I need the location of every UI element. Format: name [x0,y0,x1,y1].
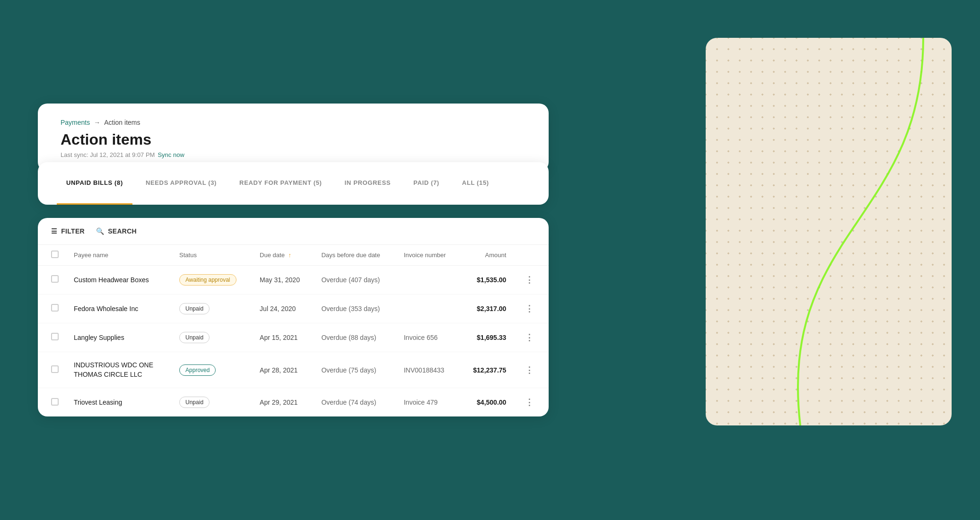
col-days-before: Days before due date [314,245,396,266]
days-before-due: Overdue (407 days) [321,276,380,284]
background-card [706,38,952,425]
sort-icon: ↑ [289,251,292,259]
sync-info: Last sync: Jul 12, 2021 at 9:07 PM Sync … [61,151,526,158]
main-container: Payments → Action items Action items Las… [38,104,549,416]
status-badge: Unpaid [179,397,210,408]
row-checkbox-4[interactable] [51,398,59,406]
row-checkbox-0[interactable] [51,275,59,283]
search-label: SEARCH [108,227,137,235]
col-due-date[interactable]: Due date ↑ [252,245,314,266]
tab-ready-for-payment[interactable]: READY FOR PAYMENT (5) [230,162,332,205]
breadcrumb-payments-link[interactable]: Payments [61,119,90,126]
payee-name: Triovest Leasing [74,399,122,406]
payee-name: Fedora Wholesale Inc [74,305,138,312]
tab-in-progress[interactable]: IN PROGRESS [335,162,400,205]
due-date: Apr 15, 2021 [260,334,298,341]
col-actions [514,245,549,266]
status-badge: Unpaid [179,332,210,343]
filter-bar: ☰ FILTER 🔍 SEARCH [38,218,549,245]
header-card: Payments → Action items Action items Las… [38,104,549,172]
due-date: Apr 29, 2021 [260,399,298,406]
invoice-number: INV00188433 [404,366,445,374]
row-checkbox-3[interactable] [51,365,59,373]
days-before-due: Overdue (88 days) [321,334,376,341]
page-title: Action items [61,131,526,148]
amount: $1,535.00 [477,276,506,284]
table-row: Fedora Wholesale IncUnpaidJul 24, 2020Ov… [38,294,549,323]
amount: $2,317.00 [477,305,506,312]
table-card: ☰ FILTER 🔍 SEARCH Payee name Status [38,218,549,416]
tab-unpaid-bills[interactable]: UNPAID BILLS (8) [57,162,132,205]
table-row: INDUSTRIOUS WDC ONETHOMAS CIRCLE LLCAppr… [38,352,549,388]
filter-label: FILTER [61,227,85,235]
dots-pattern [706,38,952,425]
table-row: Custom Headwear BoxesAwaiting approvalMa… [38,265,549,294]
more-actions-icon[interactable]: ⋮ [521,396,537,409]
days-before-due: Overdue (353 days) [321,305,380,312]
status-badge: Awaiting approval [179,274,236,286]
more-actions-icon[interactable]: ⋮ [521,331,537,344]
more-actions-icon[interactable]: ⋮ [521,302,537,315]
payee-name: Langley Supplies [74,334,124,341]
more-actions-icon[interactable]: ⋮ [521,273,537,286]
filter-icon: ☰ [51,227,57,235]
row-checkbox-2[interactable] [51,333,59,340]
breadcrumb: Payments → Action items [61,119,526,126]
bills-table: Payee name Status Due date ↑ Days before… [38,245,549,416]
status-badge: Unpaid [179,303,210,314]
days-before-due: Overdue (75 days) [321,366,376,374]
invoice-number: Invoice 656 [404,334,438,341]
invoice-number: Invoice 479 [404,399,438,406]
tabs-card: UNPAID BILLS (8) NEEDS APPROVAL (3) READ… [38,162,549,205]
payee-name: Custom Headwear Boxes [74,276,149,284]
col-invoice-number: Invoice number [396,245,460,266]
due-date: May 31, 2020 [260,276,300,284]
payee-name: INDUSTRIOUS WDC ONETHOMAS CIRCLE LLC [74,361,164,379]
select-all-checkbox[interactable] [51,251,59,258]
tab-all[interactable]: ALL (15) [453,162,499,205]
amount: $12,237.75 [473,366,506,374]
status-badge: Approved [179,364,216,376]
amount: $1,695.33 [477,334,506,341]
col-checkbox [38,245,66,266]
amount: $4,500.00 [477,399,506,406]
filter-button[interactable]: ☰ FILTER [51,227,85,235]
breadcrumb-current: Action items [104,119,140,126]
sync-timestamp: Last sync: Jul 12, 2021 at 9:07 PM [61,151,155,158]
col-payee: Payee name [66,245,172,266]
table-row: Langley SuppliesUnpaidApr 15, 2021Overdu… [38,323,549,352]
more-actions-icon[interactable]: ⋮ [521,364,537,377]
breadcrumb-separator: → [94,119,100,126]
days-before-due: Overdue (74 days) [321,399,376,406]
due-date: Apr 28, 2021 [260,366,298,374]
tab-needs-approval[interactable]: NEEDS APPROVAL (3) [136,162,226,205]
due-date: Jul 24, 2020 [260,305,296,312]
sync-now-link[interactable]: Sync now [158,151,184,158]
col-status: Status [172,245,252,266]
table-header-row: Payee name Status Due date ↑ Days before… [38,245,549,266]
tab-paid[interactable]: PAID (7) [404,162,449,205]
row-checkbox-1[interactable] [51,304,59,312]
search-icon: 🔍 [96,227,104,235]
search-button[interactable]: 🔍 SEARCH [96,227,137,235]
table-row: Triovest LeasingUnpaidApr 29, 2021Overdu… [38,388,549,417]
col-amount: Amount [460,245,514,266]
